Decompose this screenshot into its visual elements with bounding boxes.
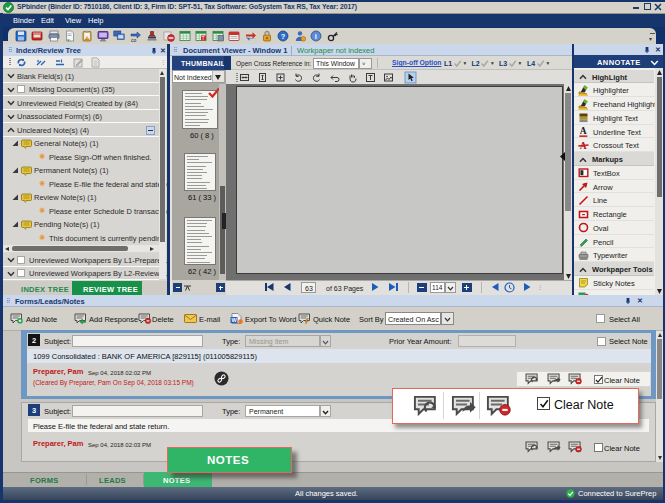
svg-text:T: T (202, 35, 205, 40)
svg-text:co: co (131, 36, 137, 42)
svg-text:i: i (315, 32, 317, 41)
svg-text:W: W (232, 317, 238, 323)
svg-text:A: A (580, 126, 587, 136)
svg-text:?: ? (281, 31, 286, 40)
